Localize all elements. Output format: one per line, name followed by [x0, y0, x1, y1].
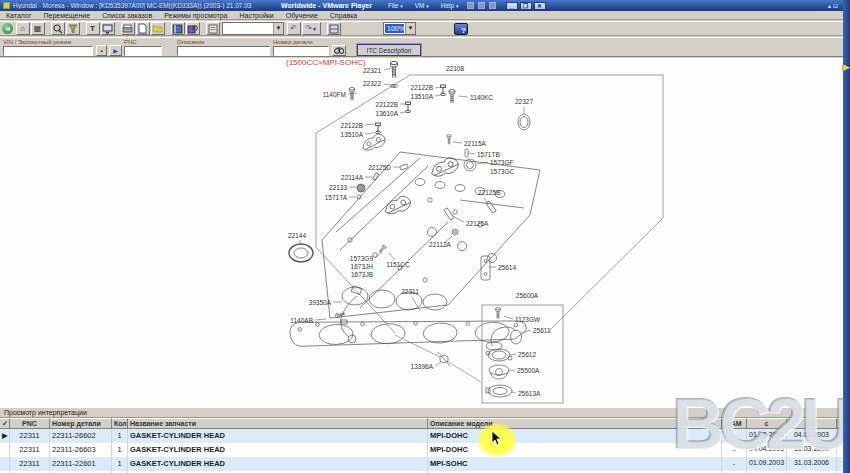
- variant-label[interactable]: (1500CC>MPI-SOHC): [286, 58, 366, 67]
- part-number-label[interactable]: 13510A: [341, 131, 364, 138]
- table-cell: 22311: [10, 457, 50, 471]
- column-header[interactable]: PNC: [10, 418, 50, 429]
- part-number-label[interactable]: 22115A: [464, 140, 487, 147]
- part-number-label[interactable]: 39350A: [309, 299, 332, 306]
- part-number-label[interactable]: 25613A: [518, 390, 541, 397]
- part-number-label[interactable]: 22112A: [429, 241, 452, 248]
- label-leader-line: [435, 87, 441, 88]
- label-leader-line: [435, 362, 441, 366]
- table-cell: 1: [112, 443, 128, 457]
- table-cell: 22311: [10, 443, 50, 457]
- column-header[interactable]: Номер детали: [50, 418, 112, 429]
- table-cell: 22311-26602: [50, 429, 112, 443]
- part-number-label[interactable]: 22122B: [376, 101, 398, 108]
- table-cell: GASKET-CYLINDER HEAD: [128, 429, 428, 443]
- part-number-label[interactable]: 1673JH: [351, 263, 374, 270]
- part-number-label[interactable]: 22133: [329, 184, 347, 191]
- part-number-label[interactable]: 22321: [363, 67, 381, 74]
- part-number-label[interactable]: 22144: [288, 232, 306, 239]
- label-leader-line: [453, 216, 464, 222]
- table-cell: 22311-26603: [50, 443, 112, 457]
- label-leader-line: [384, 84, 392, 85]
- part-number-label[interactable]: 1140KC: [470, 94, 493, 101]
- table-cell: GASKET-CYLINDER HEAD: [128, 457, 428, 471]
- part-number-label[interactable]: 1573GF: [490, 159, 514, 166]
- vmware-player-window: Hyundai - Мотека - Window : [KD535397A00…: [0, 0, 850, 473]
- part-number-label[interactable]: 22311: [401, 288, 419, 295]
- part-number-label[interactable]: 22125A: [466, 220, 489, 227]
- label-leader-line: [400, 112, 406, 113]
- part-number-label[interactable]: 1123GW: [515, 316, 541, 323]
- part-number-label[interactable]: 1140FM: [323, 91, 346, 98]
- watermark: BC2U: [672, 388, 848, 460]
- part-number-label[interactable]: 1140AB: [290, 317, 313, 324]
- part-number-label[interactable]: 22108: [446, 65, 464, 72]
- part-number-label[interactable]: 22122B: [341, 122, 363, 129]
- label-leader-line: [509, 370, 515, 371]
- part-number-label[interactable]: 1573G9: [350, 255, 374, 262]
- label-leader-line: [504, 316, 513, 319]
- part-number-label[interactable]: 13610A: [376, 110, 399, 117]
- part-number-label[interactable]: 22125B: [478, 189, 500, 196]
- table-cell: ▶: [0, 429, 10, 443]
- column-header[interactable]: ✓: [0, 418, 10, 429]
- part-number-label[interactable]: 25612: [518, 351, 536, 358]
- label-leader-line: [315, 319, 326, 320]
- part-number-label[interactable]: 25500A: [517, 367, 540, 374]
- part-number-label[interactable]: 1151CC: [386, 261, 410, 268]
- label-leader-line: [453, 142, 462, 143]
- label-leader-line: [435, 95, 441, 96]
- part-number-label[interactable]: 25600A: [516, 292, 539, 299]
- part-number-label[interactable]: 1571TB: [477, 151, 500, 158]
- part-number-label[interactable]: 25614: [498, 264, 516, 271]
- part-number-label[interactable]: 22327: [515, 98, 533, 105]
- part-number-label[interactable]: 1673JB: [351, 271, 373, 278]
- table-cell: 1: [112, 429, 128, 443]
- column-header[interactable]: Кол: [112, 418, 128, 429]
- table-cell: GASKET-CYLINDER HEAD: [128, 443, 428, 457]
- table-cell: [0, 457, 10, 471]
- label-leader-line: [365, 124, 374, 125]
- part-number-label[interactable]: 1571TA: [325, 194, 348, 201]
- part-number-label[interactable]: 13510A: [411, 93, 434, 100]
- label-leader-line: [458, 96, 468, 97]
- parts-diagram[interactable]: (1500CC>MPI-SOHC)2232122322221081140FM22…: [0, 0, 850, 408]
- part-number-label[interactable]: 25611: [533, 327, 551, 334]
- table-cell: 22311-22601: [50, 457, 112, 471]
- table-cell: 1: [112, 457, 128, 471]
- part-number-label[interactable]: 22125D: [368, 164, 391, 171]
- table-cell: 22311: [10, 429, 50, 443]
- label-leader-line: [384, 68, 392, 70]
- label-leader-line: [512, 392, 516, 393]
- part-number-label[interactable]: 1573GC: [490, 168, 515, 175]
- part-number-label[interactable]: 13396A: [411, 363, 434, 370]
- label-leader-line: [389, 253, 395, 260]
- label-leader-line: [365, 133, 374, 134]
- label-leader-line: [510, 354, 516, 355]
- table-cell: [0, 443, 10, 457]
- part-number-label[interactable]: 22322: [363, 80, 381, 87]
- next-page-arrow-icon[interactable]: ▶: [843, 62, 850, 72]
- part-number-label[interactable]: 22114A: [341, 174, 364, 181]
- diagram-artwork: [289, 61, 663, 403]
- column-header[interactable]: Название запчасти: [128, 418, 428, 429]
- part-number-label[interactable]: 22122B: [411, 84, 433, 91]
- label-leader-line: [468, 153, 475, 154]
